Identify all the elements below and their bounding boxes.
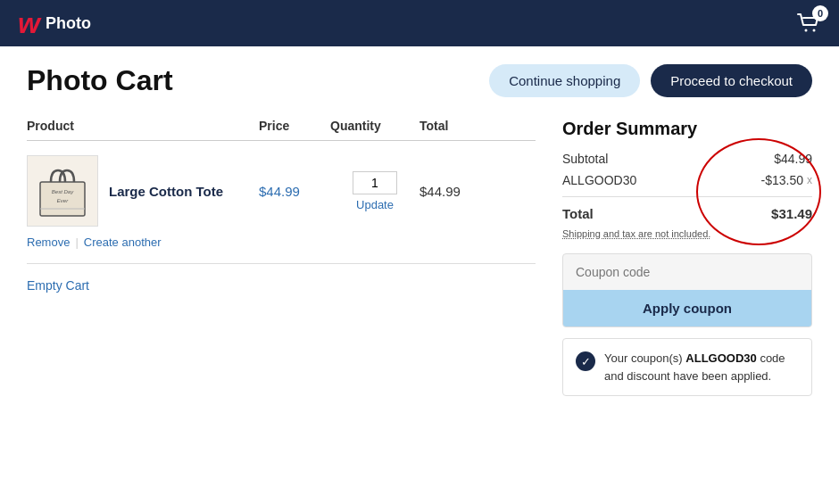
product-info: Best Day Ever Large Cotton Tote [27,155,259,227]
table-row: Best Day Ever Large Cotton Tote $44.99 U… [27,155,536,227]
col-quantity: Quantity [330,119,420,133]
page-title: Photo Cart [27,64,173,97]
coupon-code-label: ALLGOOD30 [562,173,636,187]
check-icon: ✓ [576,351,595,371]
tote-image: Best Day Ever [31,160,94,222]
svg-point-1 [813,29,816,32]
subtotal-value: $44.99 [774,152,812,166]
coupon-code-input[interactable] [576,265,799,279]
column-headers: Product Price Quantity Total [27,119,536,141]
svg-point-0 [805,29,808,32]
coupon-discount-amount: -$13.50 [761,173,803,187]
logo: w Photo [18,9,91,37]
coupon-discount-row: ALLGOOD30 -$13.50 x [562,173,812,187]
logo-text: Photo [46,14,91,33]
coupon-success-text: Your coupon(s) ALLGOOD30 code and discou… [604,350,799,384]
order-summary: Order Summary Subtotal $44.99 ALLGOOD30 … [562,119,812,396]
quantity-input[interactable] [353,171,397,194]
col-product: Product [27,119,259,133]
product-name: Large Cotton Tote [109,184,223,199]
remove-link[interactable]: Remove [27,235,70,249]
empty-cart-link[interactable]: Empty Cart [27,278,89,293]
product-price: $44.99 [259,184,330,199]
header-actions: Continue shopping Proceed to checkout [489,64,812,97]
page-header: Photo Cart Continue shopping Proceed to … [27,64,812,97]
content-layout: Product Price Quantity Total [27,119,812,396]
product-total: $44.99 [420,184,491,199]
create-another-link[interactable]: Create another [84,235,162,249]
main-content: Photo Cart Continue shopping Proceed to … [0,46,839,414]
success-prefix: Your coupon(s) [604,351,685,365]
subtotal-label: Subtotal [562,152,608,166]
update-link[interactable]: Update [356,198,394,211]
action-separator: | [75,235,78,249]
cart-header-button[interactable]: 0 [796,12,821,34]
svg-text:Best Day: Best Day [52,189,74,194]
cart-count-badge: 0 [812,5,828,21]
proceed-checkout-button[interactable]: Proceed to checkout [651,64,812,97]
coupon-remove-button[interactable]: x [807,174,812,186]
success-coupon-code: ALLGOOD30 [685,351,756,365]
svg-text:Ever: Ever [57,198,69,203]
cart-icon-wrap: 0 [796,12,821,34]
site-header: w Photo 0 [0,0,839,46]
walgreens-w-icon: w [18,9,40,37]
shipping-note: Shipping and tax are not included. [562,228,812,239]
cart-section: Product Price Quantity Total [27,119,536,396]
col-price: Price [259,119,330,133]
apply-coupon-button[interactable]: Apply coupon [563,290,811,326]
coupon-input-wrap [563,254,811,290]
coupon-section: Apply coupon [562,253,812,327]
coupon-discount-value: -$13.50 x [761,173,812,187]
quantity-cell: Update [330,171,420,211]
continue-shopping-button[interactable]: Continue shopping [489,64,640,97]
total-value: $31.49 [771,206,812,221]
subtotal-row: Subtotal $44.99 [562,152,812,166]
col-total: Total [420,119,491,133]
total-row: Total $31.49 [562,206,812,221]
summary-divider [562,196,812,197]
product-image: Best Day Ever [27,155,98,227]
coupon-success-message: ✓ Your coupon(s) ALLGOOD30 code and disc… [562,338,812,396]
total-label: Total [562,206,594,221]
order-summary-title: Order Summary [562,119,812,139]
cart-divider [27,263,536,264]
row-actions: Remove | Create another [27,235,536,249]
